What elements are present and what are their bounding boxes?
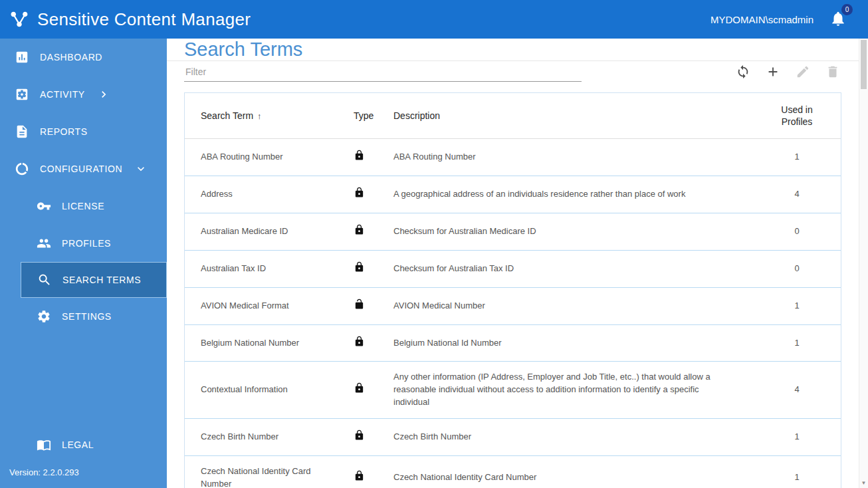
search-icon [37, 273, 52, 287]
table-row[interactable]: ABA Routing NumberABA Routing Number1 [185, 139, 841, 176]
sidebar-item-label: DASHBOARD [40, 52, 102, 62]
cell-search-term: Belgium National Number [185, 324, 346, 362]
refresh-icon [736, 64, 750, 79]
table-row[interactable]: Czech Birth NumberCzech Birth Number1 [185, 418, 841, 455]
column-header-used-in-profiles[interactable]: Used in Profiles [753, 93, 841, 139]
cell-search-term: Contextual Information [185, 362, 346, 419]
cell-description: Belgium National Id Number [385, 324, 753, 362]
configuration-icon [15, 162, 29, 176]
reports-icon [15, 124, 29, 139]
logged-in-user: MYDOMAIN\scmadmin [710, 14, 814, 25]
cell-description: AVION Medical Number [385, 287, 753, 324]
lock-icon [354, 381, 365, 395]
version-label: Version: 2.2.0.293 [0, 463, 167, 488]
filter-input[interactable] [184, 61, 582, 82]
column-header-label: Type [354, 110, 374, 121]
table-row[interactable]: Czech National Identity Card NumberCzech… [185, 455, 841, 488]
column-header-label: Used in Profiles [778, 104, 816, 128]
edit-pencil-icon [796, 64, 810, 79]
table-row[interactable]: Contextual InformationAny other informat… [185, 362, 841, 419]
notifications-button[interactable]: 0 [829, 10, 848, 29]
column-header-search-term[interactable]: Search Term↑ [185, 93, 346, 139]
cell-type [346, 176, 385, 213]
cell-search-term: Address [185, 176, 346, 213]
chevron-down-icon [134, 162, 148, 176]
table-row[interactable]: Australian Medicare IDChecksum for Austr… [185, 213, 841, 251]
table-row[interactable]: Australian Tax IDChecksum for Australian… [185, 250, 841, 287]
table-row[interactable]: AddressA geographical address of an indi… [185, 176, 841, 213]
cell-search-term: Czech Birth Number [185, 418, 346, 455]
dashboard-icon [15, 50, 29, 64]
cell-search-term: ABA Routing Number [185, 139, 346, 176]
refresh-button[interactable] [734, 63, 752, 80]
cell-used-in-profiles: 0 [753, 213, 841, 251]
sidebar-item-search-terms[interactable]: SEARCH TERMS [21, 262, 167, 298]
app-window: Sensitive Content Manager MYDOMAIN\scmad… [0, 0, 868, 488]
sidebar-item-reports[interactable]: REPORTS [0, 113, 167, 150]
cell-description: Czech Birth Number [385, 418, 753, 455]
cell-type [346, 287, 385, 324]
table-row[interactable]: AVION Medical FormatAVION Medical Number… [185, 287, 841, 324]
trash-icon [825, 64, 840, 79]
sidebar-item-settings[interactable]: SETTINGS [0, 298, 167, 335]
sidebar-item-label: REPORTS [40, 126, 88, 137]
sidebar-item-label: LICENSE [62, 201, 104, 211]
sidebar-item-label: ACTIVITY [40, 89, 85, 100]
add-button[interactable] [764, 63, 782, 80]
scrollbar-thumb[interactable] [861, 40, 867, 89]
page-title-bar: Search Terms [167, 39, 868, 61]
lock-icon [354, 334, 365, 348]
cell-used-in-profiles: 1 [753, 287, 841, 324]
lock-icon [354, 148, 365, 162]
sidebar-item-label: PROFILES [62, 238, 111, 249]
settings-gear-icon [37, 309, 51, 324]
sidebar-item-configuration[interactable]: CONFIGURATION [0, 150, 167, 187]
cell-type [346, 362, 385, 419]
notification-count-badge: 0 [841, 4, 853, 15]
sidebar-item-legal[interactable]: LEGAL [0, 426, 167, 463]
cell-used-in-profiles: 1 [753, 139, 841, 176]
sidebar-item-dashboard[interactable]: DASHBOARD [0, 39, 167, 76]
sidebar-item-license[interactable]: LICENSE [0, 187, 167, 225]
search-terms-table-card: Search Term↑ Type Description Used in Pr… [184, 92, 841, 488]
table-toolbar [734, 63, 841, 82]
header-actions: MYDOMAIN\scmadmin 0 [710, 10, 848, 29]
cell-used-in-profiles: 1 [753, 418, 841, 455]
chevron-right-icon [97, 88, 110, 101]
sidebar: DASHBOARD ACTIVITY REPORTS CONFIGURATION… [0, 39, 167, 488]
column-header-label: Description [393, 110, 440, 121]
sidebar-item-profiles[interactable]: PROFILES [0, 225, 167, 262]
cell-search-term: AVION Medical Format [185, 287, 346, 324]
brand: Sensitive Content Manager [9, 9, 251, 30]
lock-icon [354, 223, 365, 237]
sidebar-item-label: SETTINGS [62, 311, 112, 322]
cell-search-term: Czech National Identity Card Number [185, 455, 346, 488]
cell-description: Czech National Identity Card Number [385, 455, 753, 488]
license-key-icon [37, 199, 51, 213]
cell-description: A geographical address of an individuals… [385, 176, 753, 213]
app-logo-icon [9, 9, 29, 29]
cell-type [346, 139, 385, 176]
delete-button[interactable] [824, 63, 841, 80]
cell-description: Checksum for Australian Medicare ID [385, 213, 753, 251]
sidebar-item-label: CONFIGURATION [40, 164, 122, 174]
column-header-description[interactable]: Description [385, 93, 753, 139]
cell-search-term: Australian Tax ID [185, 250, 346, 287]
add-icon [766, 64, 780, 79]
column-header-type[interactable]: Type [346, 93, 385, 139]
cell-search-term: Australian Medicare ID [185, 213, 346, 251]
table-row[interactable]: Belgium National NumberBelgium National … [185, 324, 841, 362]
edit-button[interactable] [794, 63, 812, 80]
filter-toolbar-row [184, 61, 841, 91]
cell-type [346, 213, 385, 251]
vertical-scrollbar[interactable]: ▼ [859, 39, 868, 488]
unlock-icon [354, 297, 365, 311]
lock-icon [354, 185, 365, 199]
sidebar-item-activity[interactable]: ACTIVITY [0, 76, 167, 113]
lock-icon [354, 260, 365, 274]
sidebar-item-label: LEGAL [62, 439, 94, 450]
cell-used-in-profiles: 1 [753, 455, 841, 488]
lock-icon [354, 428, 365, 442]
scrollbar-down-arrow-icon[interactable]: ▼ [859, 479, 868, 487]
cell-description: Checksum for Australian Tax ID [385, 250, 753, 287]
